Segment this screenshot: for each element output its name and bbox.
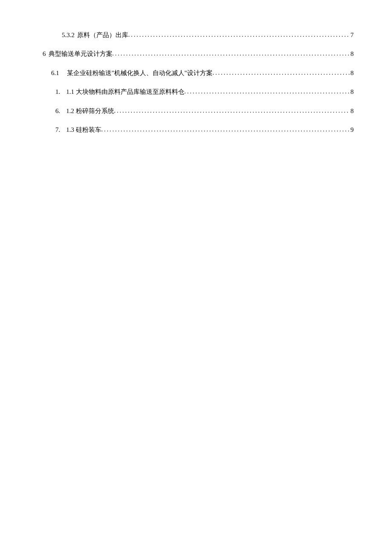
toc-entry-prefix: 5.3.2 (62, 30, 75, 40)
toc-dots (112, 49, 350, 58)
toc-entry-label: 6典型输送单元设计方案 (43, 49, 112, 59)
toc-entry-page: 8 (350, 106, 354, 116)
toc-entry-title: 1.2 粉碎筛分系统 (66, 108, 114, 114)
toc-entry-page: 8 (350, 87, 354, 97)
toc-dots (101, 125, 350, 134)
toc-entry-prefix: 7. (55, 125, 60, 135)
toc-dots (213, 68, 350, 78)
toc-entry: 5.3.2原料（产品）出库7 (38, 30, 354, 40)
toc-entry-title: 典型输送单元设计方案 (49, 50, 112, 57)
toc-entry-title: 原料（产品）出库 (77, 32, 128, 38)
toc-entry: 6.1某企业硅粉输送"机械化换人、自动化减人"设计方案8 (38, 68, 354, 78)
toc-entry-page: 7 (350, 30, 354, 40)
toc-entry: 1.1.1 大块物料由原料产品库输送至原料料仓 8 (38, 87, 354, 97)
toc-entry-label: 1.1.1 大块物料由原料产品库输送至原料料仓 (55, 87, 184, 97)
toc-entry-label: 7.1.3 硅粉装车 (55, 125, 101, 135)
toc-dots (184, 87, 350, 96)
toc-entry-title: 1.1 大块物料由原料产品库输送至原料料仓 (66, 88, 184, 95)
table-of-contents: 5.3.2原料（产品）出库76典型输送单元设计方案 86.1某企业硅粉输送"机械… (38, 30, 354, 135)
toc-entry-page: 9 (350, 125, 354, 135)
toc-entry: 7.1.3 硅粉装车 9 (38, 125, 354, 135)
toc-entry-label: 6.1某企业硅粉输送"机械化换人、自动化减人"设计方案 (51, 68, 213, 78)
toc-entry-title: 某企业硅粉输送"机械化换人、自动化减人"设计方案 (67, 70, 213, 76)
toc-entry-page: 8 (350, 68, 354, 78)
toc-entry: 6典型输送单元设计方案 8 (38, 49, 354, 59)
toc-entry-label: 5.3.2原料（产品）出库 (62, 30, 128, 40)
toc-entry-prefix: 6. (55, 106, 60, 116)
toc-entry-prefix: 6.1 (51, 68, 59, 78)
toc-entry-title: 1.3 硅粉装车 (66, 126, 101, 133)
toc-dots (114, 106, 350, 116)
toc-dots (128, 30, 350, 40)
toc-entry-label: 6.1.2 粉碎筛分系统 (55, 106, 114, 116)
toc-entry-prefix: 1. (55, 87, 60, 97)
toc-entry-prefix: 6 (43, 49, 46, 59)
toc-entry: 6.1.2 粉碎筛分系统 8 (38, 106, 354, 116)
toc-entry-page: 8 (350, 49, 354, 59)
